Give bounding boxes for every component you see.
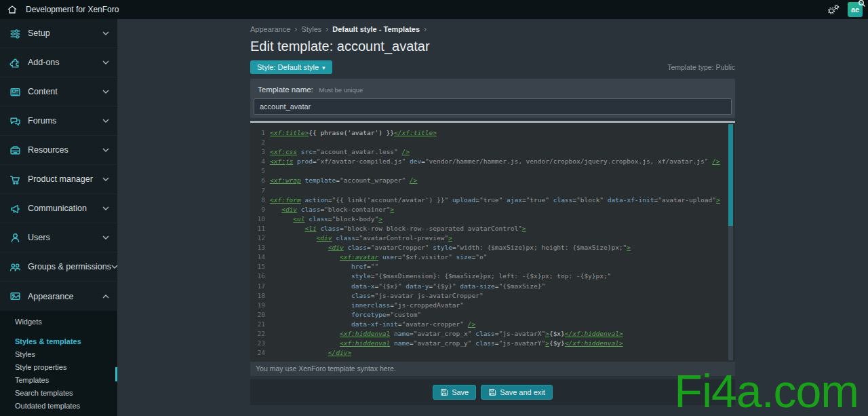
- home-icon[interactable]: [7, 4, 18, 15]
- sidebar-item-label: Product manager: [28, 174, 93, 184]
- sidebar-item-label: Forums: [28, 116, 56, 126]
- sidebar-item-groups-permissions[interactable]: Groups & permissions: [0, 252, 117, 282]
- code-line[interactable]: 23 <xf:hiddenval name="avatar_crop_y" cl…: [253, 339, 735, 348]
- app-title: Development for XenForo: [26, 5, 119, 14]
- sidebar-item-users[interactable]: Users: [0, 223, 117, 252]
- sidebar-subitem-styles-templates[interactable]: Styles & templates: [0, 335, 117, 348]
- line-number: 7: [253, 186, 265, 195]
- sidebar-item-label: Communication: [28, 204, 87, 213]
- sidebar-subitem-search-templates[interactable]: Search templates: [0, 387, 117, 400]
- style-selector-button[interactable]: Style: Default style▾: [250, 60, 332, 74]
- breadcrumb-separator-icon: ›: [294, 24, 297, 34]
- template-name-label: Template name:: [258, 86, 313, 94]
- user-avatar[interactable]: ae: [848, 2, 863, 17]
- syntax-hint: You may use XenForo template syntax here…: [250, 362, 735, 376]
- image-icon: [9, 290, 21, 302]
- code-line[interactable]: 22 <xf:hiddenval name="avatar_crop_x" cl…: [253, 329, 735, 339]
- sidebar-item-forums[interactable]: Forums: [0, 107, 117, 136]
- breadcrumb: Appearance›Styles›Default style - Templa…: [250, 24, 735, 34]
- sidebar-item-appearance[interactable]: Appearance: [0, 282, 117, 311]
- top-bar: Development for XenForo ae: [0, 0, 868, 19]
- line-number: 14: [253, 252, 265, 262]
- chevron-down-icon: [102, 31, 109, 35]
- editor-scrollbar[interactable]: [728, 124, 733, 360]
- code-line[interactable]: 17 data-x="{$x}" data-y="{$y}" data-size…: [253, 282, 735, 291]
- code-line[interactable]: 6<xf:wrap template="account_wrapper" />: [253, 176, 735, 185]
- save-and-exit-button[interactable]: Save and exit: [481, 385, 553, 400]
- line-number: 12: [253, 233, 265, 243]
- line-number: 11: [253, 224, 265, 233]
- line-number: 10: [253, 214, 265, 224]
- template-name-input[interactable]: [254, 98, 732, 115]
- code-line[interactable]: 21 data-xf-init="avatar-cropper" />: [253, 320, 735, 329]
- code-line[interactable]: 13 <div class="avatarCropper" style="wid…: [253, 243, 735, 252]
- line-number: 17: [253, 282, 265, 291]
- template-type-label: Template type: Public: [667, 63, 735, 71]
- breadcrumb-item[interactable]: Appearance: [250, 25, 290, 33]
- sliders-icon: [9, 28, 21, 39]
- code-line[interactable]: 5: [253, 166, 735, 176]
- sidebar-item-label: Appearance: [28, 292, 73, 301]
- code-line[interactable]: 3<xf:css src="account_avatar.less" />: [253, 147, 735, 157]
- puzzle-icon: [9, 57, 21, 69]
- code-line[interactable]: 12 <div class="avatarControl-preview">: [253, 233, 735, 243]
- line-number: 9: [253, 205, 265, 214]
- sidebar-item-add-ons[interactable]: Add-ons: [0, 48, 117, 77]
- sidebar-subitem-widgets[interactable]: Widgets: [0, 314, 117, 330]
- megaphone-icon: [9, 203, 21, 214]
- line-number: 13: [253, 243, 265, 252]
- users-group-icon: [9, 261, 21, 273]
- line-number: 16: [253, 271, 265, 281]
- code-line[interactable]: 10 <ul class="block-body">: [253, 214, 735, 224]
- line-number: 15: [253, 262, 265, 271]
- code-line[interactable]: 11 <li class="block-row block-row--separ…: [253, 224, 735, 233]
- sidebar-item-product-manager[interactable]: Product manager: [0, 165, 117, 194]
- code-line[interactable]: 14 <xf:avatar user="$xf.visitor" size="o…: [253, 252, 735, 262]
- chevron-down-icon: [111, 265, 118, 269]
- sidebar-item-label: Groups & permissions: [28, 262, 111, 271]
- sidebar-item-resources[interactable]: Resources: [0, 136, 117, 165]
- sidebar-item-content[interactable]: Content: [0, 77, 117, 107]
- line-number: 19: [253, 301, 265, 310]
- chat-bubbles-icon: [9, 115, 21, 127]
- code-line[interactable]: 2: [253, 138, 735, 147]
- sidebar-subitem-style-properties[interactable]: Style properties: [0, 361, 117, 374]
- code-line[interactable]: 19 innerclass="js-croppedAvatar": [253, 301, 735, 310]
- sidebar-item-communication[interactable]: Communication: [0, 194, 117, 223]
- code-line[interactable]: 24 </div>: [253, 348, 735, 358]
- chevron-down-icon: [102, 148, 109, 152]
- code-line[interactable]: 9 <div class="block-container">: [253, 205, 735, 214]
- settings-gears-icon[interactable]: [826, 3, 841, 16]
- code-line[interactable]: 15 href="": [253, 262, 735, 271]
- sidebar-item-label: Users: [28, 233, 50, 242]
- code-line[interactable]: 18 class="js-avatar js-avatarCropper": [253, 291, 735, 301]
- line-number: 24: [253, 348, 265, 358]
- active-page-indicator: [115, 367, 117, 381]
- code-line[interactable]: 1<xf:title>{{ phrase('avatar') }}</xf:ti…: [253, 128, 735, 138]
- sidebar-subitem-outdated-templates[interactable]: Outdated templates: [0, 400, 117, 413]
- code-line[interactable]: 20 forcetype="custom": [253, 310, 735, 320]
- form-footer: Save Save and exit: [250, 379, 735, 405]
- code-line[interactable]: 16 style="{$maxDimension}: {$maxSize}px;…: [253, 271, 735, 281]
- save-button[interactable]: Save: [433, 385, 476, 400]
- sidebar-subitem-templates[interactable]: Templates: [0, 374, 117, 387]
- breadcrumb-separator-icon: ›: [326, 24, 328, 34]
- line-number: 6: [253, 176, 265, 185]
- sidebar-subitem-template-modifications[interactable]: Template modifications: [0, 413, 117, 416]
- code-line[interactable]: 8<xf:form action="{{ link('account/avata…: [253, 195, 735, 205]
- user-icon: [9, 232, 21, 244]
- sidebar-item-label: Content: [28, 87, 58, 96]
- code-line[interactable]: 4<xf:js prod="xf/avatar-compiled.js" dev…: [253, 157, 735, 166]
- template-name-block: Template name: Must be unique: [250, 79, 735, 118]
- topbar-right: ae: [826, 2, 863, 17]
- line-number: 3: [253, 147, 265, 157]
- sidebar-subitem-styles[interactable]: Styles: [0, 348, 117, 361]
- line-number: 21: [253, 320, 265, 329]
- sidebar-item-setup[interactable]: Setup: [0, 19, 117, 48]
- code-editor[interactable]: 1<xf:title>{{ phrase('avatar') }}</xf:ti…: [250, 123, 735, 362]
- editor-scrollbar-thumb[interactable]: [728, 124, 733, 226]
- breadcrumb-item[interactable]: Styles: [301, 25, 321, 33]
- breadcrumb-item[interactable]: Default style - Templates: [332, 25, 420, 33]
- code-line[interactable]: 7: [253, 186, 735, 195]
- chevron-up-icon: [102, 295, 109, 299]
